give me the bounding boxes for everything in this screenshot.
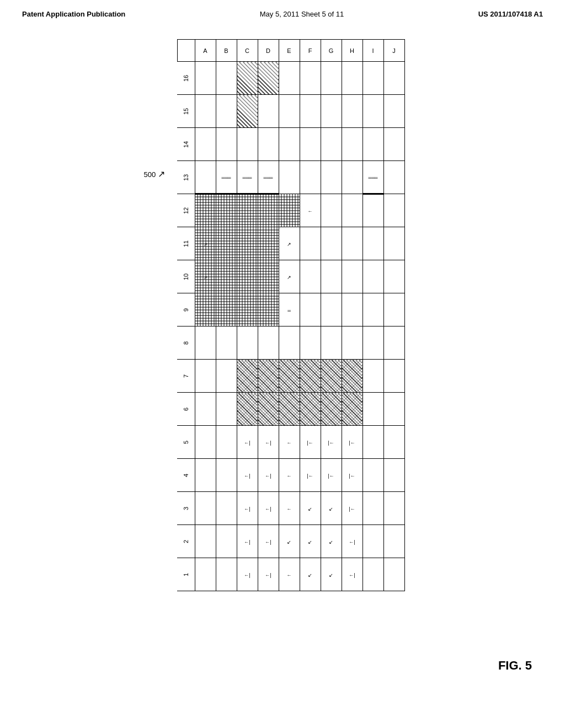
diagram-area: 500 ↗ A B C D E F G H (0, 39, 565, 591)
table-row: 6 (177, 393, 404, 426)
table-row: 1 ←| ←| ← ↙ ↙ ←| (177, 558, 404, 591)
col-header-I: I (363, 40, 383, 62)
col-header-E: E (279, 40, 300, 62)
row-header-4: 4 (177, 459, 195, 492)
table-row: 2 ←| ←| ↙ ↙ ↙ ←| (177, 525, 404, 558)
table-row: 9 ═ (177, 293, 404, 326)
row-header-14: 14 (177, 128, 195, 161)
table-row: 11 ↗ ↗ (177, 227, 404, 260)
row-header-3: 3 (177, 492, 195, 525)
table-row: 10 ↗ ↗ (177, 260, 404, 293)
publication-label: Patent Application Publication (22, 10, 125, 18)
row-header-11: 11 (177, 227, 195, 260)
table-row: 5 ←| ←| ← |← |← |← (177, 426, 404, 459)
table-row: 4 ←| ←| ← |← |← |← (177, 459, 404, 492)
col-header-C: C (237, 40, 258, 62)
row-header-5: 5 (177, 426, 195, 459)
fig-label: FIG. 5 (498, 659, 532, 673)
table-row: 14 (177, 128, 404, 161)
row-header-10: 10 (177, 260, 195, 293)
table-row: 7 (177, 360, 404, 393)
table-row: 3 ←| ←| ← ↙ ↙ |← (177, 492, 404, 525)
col-header-A: A (195, 40, 216, 62)
main-grid: A B C D E F G H I J 16 (177, 39, 405, 591)
page: Patent Application Publication May 5, 20… (0, 0, 565, 728)
row-header-15: 15 (177, 95, 195, 128)
col-header-G: G (321, 40, 342, 62)
col-header-B: B (216, 40, 237, 62)
table-row: 12 ← (177, 194, 404, 227)
row-header-9: 9 (177, 293, 195, 326)
table-row: 16 (177, 62, 404, 95)
row-header-6: 6 (177, 393, 195, 426)
row-header-2: 2 (177, 525, 195, 558)
date-sheet-label: May 5, 2011 Sheet 5 of 11 (260, 10, 344, 18)
diagram-label-500: 500 ↗ (144, 169, 165, 179)
col-header-H: H (342, 40, 363, 62)
table-row: 8 (177, 326, 404, 360)
row-header-16: 16 (177, 62, 195, 95)
page-header: Patent Application Publication May 5, 20… (0, 0, 565, 23)
table-row: 15 (177, 95, 404, 128)
col-header-F: F (300, 40, 321, 62)
col-header-J: J (383, 40, 404, 62)
row-header-12: 12 (177, 194, 195, 227)
row-header-7: 7 (177, 360, 195, 393)
col-header-D: D (258, 40, 279, 62)
row-header-13: 13 (177, 161, 195, 194)
table-row: 13 ═══ ═══ ═══ ═══ (177, 161, 404, 194)
row-header-1: 1 (177, 558, 195, 591)
patent-number-label: US 2011/107418 A1 (478, 10, 543, 18)
row-header-8: 8 (177, 326, 195, 360)
